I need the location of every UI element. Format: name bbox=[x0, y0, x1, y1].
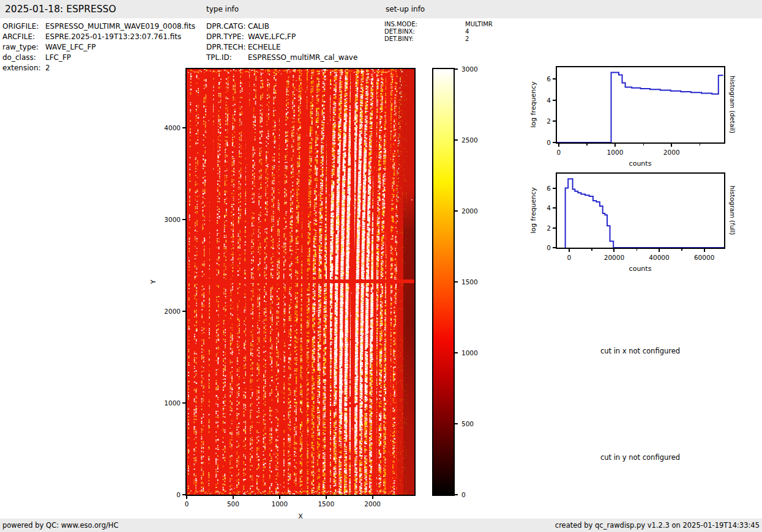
tick-label: 2000 bbox=[461, 207, 478, 215]
file-info-value: WAVE_LFC_FP bbox=[45, 43, 96, 51]
colorbar-gradient bbox=[433, 69, 454, 495]
setup-info-heading: set-up info bbox=[386, 0, 425, 18]
tick-mark bbox=[614, 144, 616, 147]
type-info-value: ECHELLE bbox=[248, 43, 281, 51]
footer-left-text: powered by QC: www.eso.org/HC bbox=[2, 519, 118, 532]
tick-mark bbox=[182, 311, 185, 312]
tick-mark bbox=[182, 494, 185, 495]
type-info-label: DPR.TYPE: bbox=[206, 32, 244, 41]
file-info-value: ESPRE.2025-01-19T13:23:07.761.fits bbox=[45, 32, 181, 41]
type-info-label: TPL.ID: bbox=[206, 53, 232, 62]
tick-label: 0 bbox=[547, 139, 551, 146]
tick-label: 3000 bbox=[461, 65, 478, 73]
type-info-label: DPR.TECH: bbox=[206, 43, 246, 51]
tick-mark bbox=[553, 247, 556, 248]
tick-label: 1500 bbox=[318, 500, 334, 508]
tick-mark bbox=[704, 249, 705, 252]
tick-mark bbox=[637, 249, 638, 251]
tick-label: 6 bbox=[547, 75, 551, 83]
tick-label: 4 bbox=[547, 97, 551, 104]
tick-mark bbox=[182, 402, 185, 404]
page-title: 2025-01-18: ESPRESSO bbox=[5, 0, 116, 18]
tick-mark bbox=[586, 144, 588, 146]
tick-label: 60000 bbox=[694, 254, 714, 261]
qc-report-page: 2025-01-18: ESPRESSO type info set-up in… bbox=[0, 0, 762, 532]
file-info-value: ESPRESSO_MULTIMR_WAVE019_0008.fits bbox=[45, 22, 195, 31]
histogram-detail-plot bbox=[556, 66, 725, 144]
tick-label: 2500 bbox=[461, 136, 478, 144]
tick-mark bbox=[455, 352, 458, 353]
tick-label: 6 bbox=[547, 185, 551, 192]
tick-label: 0 bbox=[176, 491, 181, 498]
tick-label: 4000 bbox=[164, 124, 181, 131]
tick-label: 1000 bbox=[461, 349, 478, 357]
tick-mark bbox=[326, 496, 327, 499]
tick-mark bbox=[182, 127, 185, 128]
tick-label: 2000 bbox=[164, 308, 181, 315]
file-info-value: LFC_FP bbox=[45, 53, 71, 62]
file-info-label: ORIGFILE: bbox=[2, 22, 39, 31]
histogram-full-plot bbox=[556, 172, 725, 249]
tick-mark bbox=[569, 249, 570, 252]
tick-mark bbox=[553, 78, 556, 79]
setup-info-label: DET.BINY: bbox=[384, 35, 414, 42]
tick-mark bbox=[553, 207, 556, 209]
tick-mark bbox=[553, 100, 556, 101]
tick-mark bbox=[659, 249, 660, 252]
tick-mark bbox=[591, 249, 592, 251]
histogram-full-curve bbox=[557, 174, 724, 248]
type-info-value: CALIB bbox=[248, 22, 269, 31]
tick-mark bbox=[553, 142, 556, 143]
histogram-full-y-label: log frequency bbox=[529, 187, 537, 233]
tick-mark bbox=[643, 144, 644, 146]
footer-right-text: created by qc_rawdisp.py v1.2.3 on 2025-… bbox=[555, 519, 760, 532]
tick-label: 2000 bbox=[364, 500, 381, 508]
tick-mark bbox=[186, 496, 187, 499]
tick-mark bbox=[455, 210, 458, 212]
tick-mark bbox=[553, 188, 556, 189]
tick-label: 0 bbox=[547, 244, 551, 251]
setup-info-value: 2 bbox=[465, 35, 469, 42]
tick-label: 1500 bbox=[461, 278, 478, 286]
type-info-value: ESPRESSO_multiMR_cal_wave bbox=[248, 53, 357, 62]
setup-info-label: INS.MODE: bbox=[384, 21, 417, 28]
histogram-detail-curve bbox=[557, 67, 724, 142]
raw-frame-canvas bbox=[187, 69, 414, 495]
tick-label: 2000 bbox=[663, 149, 680, 156]
type-info-value: WAVE,LFC,FP bbox=[248, 32, 296, 41]
histogram-detail-x-label: counts bbox=[629, 160, 652, 168]
tick-label: 1000 bbox=[271, 500, 288, 508]
raw-frame-plot bbox=[185, 68, 416, 496]
file-info-label: ARCFILE: bbox=[2, 32, 35, 41]
file-info-label: raw_type: bbox=[2, 43, 39, 51]
tick-mark bbox=[455, 423, 458, 424]
type-info-heading: type info bbox=[206, 0, 239, 18]
tick-label: 2 bbox=[547, 224, 551, 232]
tick-mark bbox=[700, 144, 701, 146]
tick-label: 3000 bbox=[164, 216, 181, 223]
setup-info-value: 4 bbox=[465, 28, 469, 35]
tick-label: 500 bbox=[461, 420, 474, 427]
tick-mark bbox=[455, 281, 458, 283]
tick-mark bbox=[455, 494, 458, 495]
histogram-detail-y-label: log frequency bbox=[529, 81, 537, 127]
type-info-label: DPR.CATG: bbox=[206, 22, 246, 31]
histogram-full-title: histogram (full) bbox=[729, 186, 736, 235]
tick-label: 1000 bbox=[164, 399, 181, 407]
tick-mark bbox=[553, 120, 556, 122]
tick-mark bbox=[279, 496, 280, 499]
histogram-full-x-label: counts bbox=[629, 265, 652, 273]
main-y-axis-label: Y bbox=[149, 280, 157, 284]
tick-label: 0 bbox=[461, 491, 466, 498]
file-info-label: do_class: bbox=[2, 53, 36, 62]
tick-mark bbox=[681, 249, 682, 251]
tick-mark bbox=[455, 139, 458, 141]
tick-label: 40000 bbox=[649, 254, 669, 261]
histogram-detail-title: histogram (detail) bbox=[729, 76, 736, 133]
tick-label: 500 bbox=[227, 500, 239, 508]
tick-label: 0 bbox=[185, 500, 189, 508]
tick-mark bbox=[553, 227, 556, 229]
tick-label: 0 bbox=[556, 149, 561, 156]
tick-label: 4 bbox=[547, 204, 551, 212]
tick-mark bbox=[455, 68, 458, 70]
